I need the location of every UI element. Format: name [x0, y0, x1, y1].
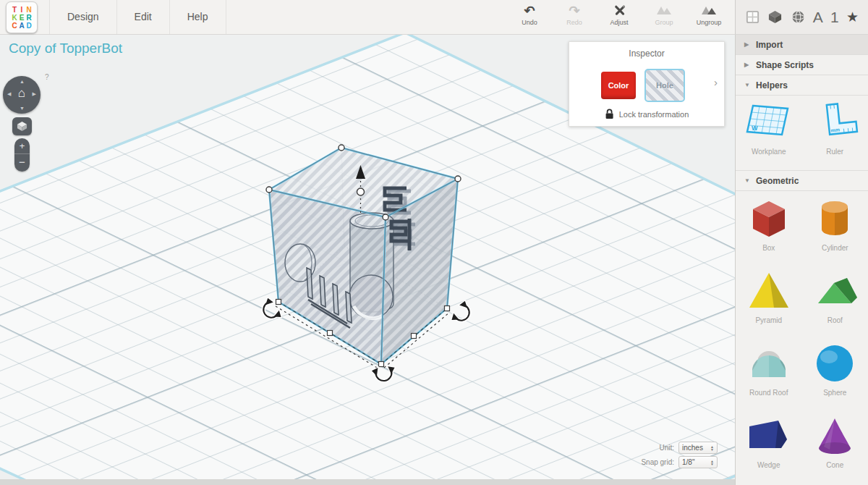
- color-swatch[interactable]: Color: [601, 72, 636, 99]
- lock-transformation-toggle[interactable]: Lock transformation: [569, 109, 724, 119]
- inspector-title: Inspector: [569, 48, 724, 59]
- menu-design[interactable]: Design: [49, 0, 117, 34]
- geometric-shapes-grid: Box Cylinder Pyramid: [736, 191, 868, 481]
- snap-grid-select[interactable]: 1/8" ▲▼: [678, 456, 718, 468]
- unit-select[interactable]: inches ▲▼: [678, 442, 718, 454]
- adjust-button[interactable]: Adjust: [597, 4, 641, 26]
- tinkercad-logo[interactable]: TIN KER CAD: [6, 1, 38, 33]
- snap-grid-row: Snap grid: 1/8" ▲▼: [609, 456, 718, 468]
- unit-label: Unit:: [659, 444, 674, 452]
- favorites-star-icon[interactable]: ★: [846, 9, 859, 25]
- home-view-icon[interactable]: ⌂: [3, 87, 41, 99]
- section-geometric[interactable]: ▼ Geometric: [736, 171, 868, 191]
- shape-cylinder[interactable]: Cylinder: [802, 191, 868, 263]
- cube-icon: [17, 121, 27, 132]
- ungroup-icon: [687, 4, 731, 19]
- zoom-out-button[interactable]: −: [14, 154, 30, 171]
- design-title: Copy of TopperBot: [9, 41, 122, 56]
- undo-button[interactable]: ↶ Undo: [508, 4, 551, 26]
- shape-box[interactable]: Box: [736, 191, 802, 263]
- svg-text:mm: mm: [830, 127, 840, 132]
- hole-swatch-selected[interactable]: Hole: [644, 69, 685, 102]
- shape-panel-header: A 1 ★: [735, 0, 868, 35]
- undo-icon: ↶: [508, 4, 551, 19]
- helper-ruler[interactable]: mm Ruler: [802, 101, 868, 170]
- unit-row: Unit: inches ▲▼: [609, 442, 718, 454]
- inspector-panel: Inspector Color Hole › Lock transformati…: [569, 41, 725, 127]
- top-toolbar: TIN KER CAD Design Edit Help ↶ Undo ↷ Re…: [0, 0, 735, 35]
- orbit-down-icon[interactable]: ▼: [20, 106, 25, 111]
- sphere-shape-icon: [809, 340, 860, 386]
- number-shapes-icon[interactable]: 1: [830, 9, 839, 26]
- roof-shape-icon: [809, 267, 860, 313]
- shape-cone[interactable]: Cone: [802, 408, 868, 481]
- inspector-expand-chevron-icon[interactable]: ›: [714, 76, 718, 88]
- menu-edit[interactable]: Edit: [117, 0, 170, 34]
- select-stepper-icon: ▲▼: [710, 460, 714, 465]
- lock-icon: [605, 109, 614, 119]
- canvas-bottom-strip: [0, 479, 735, 485]
- workplane-category-icon[interactable]: [745, 9, 760, 25]
- shape-pyramid[interactable]: Pyramid: [736, 263, 802, 336]
- helper-workplane[interactable]: W Workplane: [736, 101, 802, 170]
- round-roof-shape-icon: [744, 340, 794, 386]
- nav-help-icon[interactable]: ?: [45, 73, 49, 81]
- workplane-icon: W: [745, 101, 793, 143]
- box-shape-icon: [744, 195, 794, 241]
- cylinder-shape-icon: [809, 195, 860, 241]
- zoom-in-button[interactable]: +: [14, 138, 30, 154]
- orbit-up-icon[interactable]: ▲: [20, 79, 25, 84]
- cone-shape-icon: [809, 412, 860, 458]
- collapsed-triangle-icon: ▶: [744, 55, 749, 75]
- redo-button[interactable]: ↷ Redo: [553, 4, 596, 26]
- select-stepper-icon: ▲▼: [710, 445, 714, 451]
- shape-wedge[interactable]: Wedge: [736, 408, 802, 481]
- wedge-shape-icon: [744, 412, 794, 458]
- shapes-category-icon[interactable]: [767, 9, 783, 25]
- shape-sphere[interactable]: Sphere: [802, 336, 868, 408]
- menu-help[interactable]: Help: [170, 0, 226, 34]
- shape-roof[interactable]: Roof: [802, 263, 868, 336]
- section-import[interactable]: ▶ Import: [736, 35, 868, 55]
- community-sphere-icon[interactable]: [791, 9, 806, 25]
- snap-grid-label: Snap grid:: [641, 458, 674, 466]
- lock-transformation-label: Lock transformation: [619, 110, 689, 119]
- main-menu: Design Edit Help: [49, 0, 226, 34]
- section-shape-scripts[interactable]: ▶ Shape Scripts: [736, 55, 868, 75]
- ruler-icon: mm: [811, 101, 859, 143]
- edit-actions: ↶ Undo ↷ Redo Adjust Group Ungroup: [508, 4, 731, 26]
- redo-icon: ↷: [553, 4, 596, 19]
- expanded-triangle-icon: ▼: [744, 75, 750, 96]
- shape-library-sidebar: ▶ Import ▶ Shape Scripts ▼ Helpers W Wor…: [735, 35, 868, 485]
- group-icon: [642, 4, 686, 19]
- view-navigation-pad[interactable]: ▲ ▼ ◀ ▶ ⌂: [3, 76, 41, 114]
- adjust-icon: [597, 4, 641, 19]
- pyramid-shape-icon: [744, 267, 794, 313]
- text-shapes-icon[interactable]: A: [813, 9, 823, 26]
- fit-view-button[interactable]: [12, 117, 32, 135]
- collapsed-triangle-icon: ▶: [744, 35, 749, 55]
- zoom-control[interactable]: + −: [14, 138, 30, 172]
- inner-sphere: [349, 275, 393, 319]
- svg-text:W: W: [752, 125, 758, 132]
- section-helpers[interactable]: ▼ Helpers: [736, 75, 868, 96]
- 3d-viewport[interactable]: Copy of TopperBot ▲ ▼ ◀ ▶ ⌂ ? + − Inspec…: [0, 35, 735, 479]
- group-button[interactable]: Group: [642, 4, 686, 26]
- ungroup-button[interactable]: Ungroup: [687, 4, 731, 26]
- shape-round-roof[interactable]: Round Roof: [736, 336, 802, 408]
- helpers-body: W Workplane mm Ruler: [736, 96, 868, 171]
- expanded-triangle-icon: ▼: [744, 171, 750, 191]
